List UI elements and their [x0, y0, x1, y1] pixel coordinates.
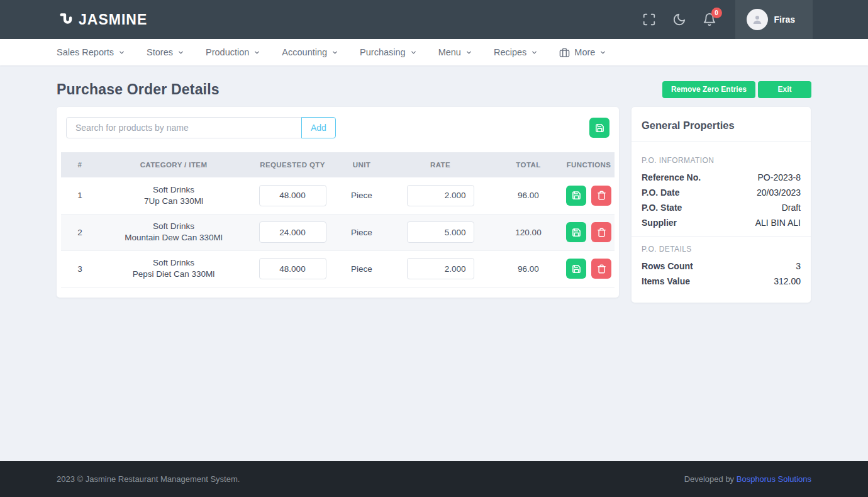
brand-logo[interactable]: JASMINE [57, 11, 147, 28]
col-header-total: TOTAL [494, 152, 563, 177]
po-details-section-label: P.O. DETAILS [642, 245, 801, 254]
row-unit: Piece [337, 250, 387, 287]
row-total: 120.00 [494, 214, 563, 250]
nav-more[interactable]: More [559, 47, 606, 58]
avatar [747, 9, 768, 30]
row-number: 1 [61, 177, 99, 214]
jasmine-logo-icon [57, 11, 73, 28]
chevron-down-icon [531, 49, 538, 56]
nav-label: Accounting [282, 47, 327, 57]
property-label: Supplier [642, 218, 677, 228]
requested-qty-input[interactable] [259, 258, 326, 279]
nav-label: Production [206, 47, 249, 57]
top-header: JASMINE 0 Firas [0, 0, 868, 39]
row-item: Pepsi Diet Can 330Ml [99, 269, 248, 280]
property-label: Reference No. [642, 172, 701, 182]
chevron-down-icon [465, 49, 472, 56]
briefcase-icon [559, 47, 570, 58]
row-item: 7Up Can 330Ml [99, 196, 248, 207]
table-row: 1 Soft Drinks7Up Can 330Ml Piece 96.00 [61, 177, 615, 214]
row-total: 96.00 [494, 250, 563, 287]
exit-button[interactable]: Exit [758, 81, 811, 98]
rate-input[interactable] [407, 221, 474, 243]
product-search-input[interactable] [66, 117, 302, 138]
col-header-rate: RATE [387, 152, 494, 177]
property-value: 3 [796, 261, 801, 271]
fullscreen-icon[interactable] [642, 13, 656, 26]
table-header-row: # CATEGORY / ITEM REQUESTED QTY UNIT RAT… [61, 152, 615, 177]
property-label: Items Value [642, 276, 690, 286]
divider [632, 237, 811, 237]
bosphorus-solutions-link[interactable]: Bosphorus Solutions [737, 474, 811, 484]
developed-by-text: Developed by Bosphorus Solutions [684, 474, 811, 484]
nav-production[interactable]: Production [206, 47, 260, 57]
property-row: Reference No. PO-2023-8 [642, 172, 801, 182]
order-items-table: # CATEGORY / ITEM REQUESTED QTY UNIT RAT… [61, 152, 615, 288]
property-row: P.O. State Draft [642, 203, 801, 213]
delete-row-button[interactable] [591, 186, 611, 206]
po-information-section-label: P.O. INFORMATION [642, 156, 801, 165]
footer: 2023 © Jasmine Restaurant Management Sys… [0, 461, 868, 497]
col-header-unit: UNIT [337, 152, 387, 177]
user-icon [751, 13, 764, 26]
col-header-num: # [61, 152, 99, 177]
general-properties-card: General Properties P.O. INFORMATION Refe… [632, 107, 811, 303]
remove-zero-entries-button[interactable]: Remove Zero Entries [662, 81, 755, 98]
save-row-button[interactable] [566, 222, 586, 242]
chevron-down-icon [599, 49, 606, 56]
property-label: P.O. State [642, 203, 682, 213]
property-label: Rows Count [642, 261, 693, 271]
nav-purchasing[interactable]: Purchasing [360, 47, 417, 57]
table-row: 3 Soft DrinksPepsi Diet Can 330Ml Piece … [61, 250, 615, 287]
row-number: 2 [61, 214, 99, 250]
trash-icon [597, 191, 606, 200]
nav-recipes[interactable]: Recipes [494, 47, 538, 57]
save-icon [572, 191, 581, 200]
property-value: Draft [782, 203, 801, 213]
row-unit: Piece [337, 177, 387, 214]
row-total: 96.00 [494, 177, 563, 214]
rate-input[interactable] [407, 185, 474, 206]
row-number: 3 [61, 250, 99, 287]
save-icon [595, 123, 604, 133]
row-unit: Piece [337, 214, 387, 250]
property-row: P.O. Date 20/03/2023 [642, 187, 801, 198]
nav-label: More [574, 47, 595, 57]
user-menu[interactable]: Firas [735, 0, 813, 39]
delete-row-button[interactable] [591, 259, 611, 279]
requested-qty-input[interactable] [259, 221, 326, 243]
main-nav: Sales Reports Stores Production Accounti… [0, 39, 868, 65]
nav-menu[interactable]: Menu [438, 47, 472, 57]
delete-row-button[interactable] [591, 222, 611, 242]
nav-stores[interactable]: Stores [147, 47, 184, 57]
save-row-button[interactable] [566, 259, 586, 279]
nav-accounting[interactable]: Accounting [282, 47, 338, 57]
requested-qty-input[interactable] [259, 185, 326, 206]
col-header-qty: REQUESTED QTY [248, 152, 337, 177]
chevron-down-icon [331, 49, 338, 56]
property-label: P.O. Date [642, 187, 679, 198]
nav-label: Sales Reports [57, 47, 114, 57]
row-category: Soft Drinks [99, 257, 248, 269]
nav-label: Purchasing [360, 47, 406, 57]
rate-input[interactable] [407, 258, 474, 279]
trash-icon [597, 264, 606, 274]
nav-sales-reports[interactable]: Sales Reports [57, 47, 125, 57]
order-items-card: Add # CATEGORY / ITEM REQUESTED QTY UNIT… [57, 107, 619, 298]
row-category: Soft Drinks [99, 221, 248, 232]
property-value: ALI BIN ALI [755, 218, 801, 228]
property-value: 20/03/2023 [757, 187, 801, 198]
notifications-bell-icon[interactable]: 0 [703, 13, 716, 26]
brand-name: JASMINE [79, 11, 147, 28]
property-value: PO-2023-8 [758, 172, 801, 182]
save-order-button[interactable] [589, 118, 609, 138]
chevron-down-icon [410, 49, 417, 56]
dark-mode-moon-icon[interactable] [672, 13, 686, 26]
row-category-item: Soft DrinksMountain Dew Can 330Ml [99, 214, 248, 250]
nav-label: Stores [147, 47, 173, 57]
add-product-button[interactable]: Add [301, 117, 336, 138]
row-item: Mountain Dew Can 330Ml [99, 232, 248, 243]
save-row-button[interactable] [566, 186, 586, 206]
property-row: Supplier ALI BIN ALI [642, 218, 801, 228]
copyright-text: 2023 © Jasmine Restaurant Management Sys… [57, 474, 240, 484]
